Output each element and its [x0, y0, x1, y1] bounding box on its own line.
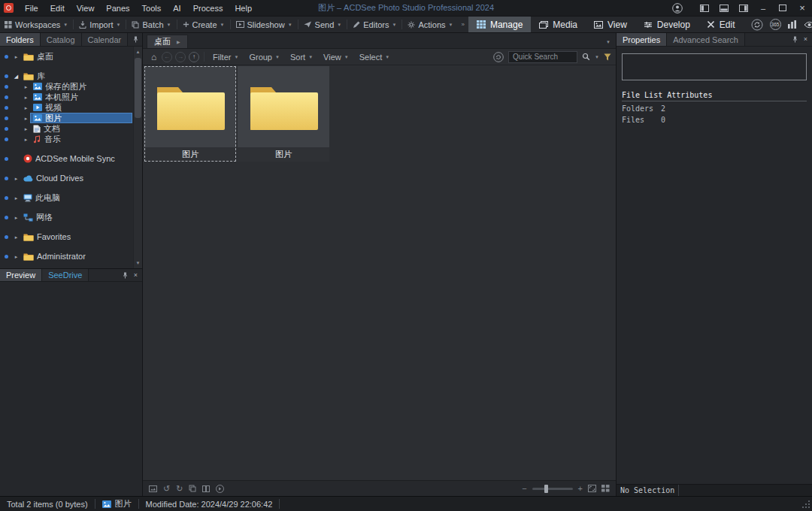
- mode-develop-button[interactable]: Develop: [635, 17, 698, 32]
- tree-item-body[interactable]: 桌面: [20, 51, 132, 62]
- properties-tab-properties[interactable]: Properties: [617, 33, 667, 46]
- mode-view-button[interactable]: View: [586, 17, 635, 32]
- chevron-expanded-icon[interactable]: ◢: [12, 74, 20, 79]
- stats-icon[interactable]: [788, 20, 797, 29]
- tree-item-body[interactable]: 网络: [20, 212, 132, 222]
- tree-item[interactable]: ▸文档: [0, 123, 132, 134]
- tree-item-body[interactable]: 文档: [30, 123, 132, 134]
- tree-item[interactable]: ▸网络: [0, 212, 132, 222]
- group-menu[interactable]: Group▼: [244, 49, 285, 65]
- chevron-collapsed-icon[interactable]: ▸: [12, 234, 20, 240]
- mode-manage-button[interactable]: Manage: [468, 17, 531, 32]
- tree-item-body[interactable]: 图片: [30, 113, 132, 123]
- quick-access-dot-icon[interactable]: [5, 196, 8, 200]
- up-icon[interactable]: ↑: [189, 52, 199, 62]
- tree-item-body[interactable]: 本机照片: [30, 92, 132, 102]
- zoom-in-icon[interactable]: +: [578, 485, 583, 493]
- filter-menu[interactable]: Filter▼: [208, 49, 244, 65]
- chevron-collapsed-icon[interactable]: ▸: [12, 215, 20, 220]
- chevron-collapsed-icon[interactable]: ▸: [22, 84, 30, 89]
- tree-item-body[interactable]: ACDSee Mobile Sync: [20, 153, 132, 164]
- minimize-button[interactable]: –: [753, 0, 773, 16]
- tree-scrollbar[interactable]: ▲ ▼: [133, 47, 142, 268]
- tree-item[interactable]: ▸图片: [0, 113, 132, 123]
- quick-access-dot-icon[interactable]: [5, 95, 8, 99]
- chevron-collapsed-icon[interactable]: ▸: [22, 105, 30, 110]
- properties-preview-box[interactable]: [622, 53, 807, 80]
- send-button[interactable]: Send▼: [299, 17, 347, 32]
- eye-icon[interactable]: [804, 21, 812, 29]
- tree-item[interactable]: ▸Administrator: [0, 251, 132, 262]
- back-icon[interactable]: ←: [162, 52, 172, 62]
- folders-tab-catalog[interactable]: Catalog: [41, 33, 82, 46]
- fit-image-icon[interactable]: [588, 485, 596, 492]
- actions-button[interactable]: Actions▼: [403, 17, 457, 32]
- tree-item[interactable]: ▸音乐: [0, 134, 132, 144]
- close-button[interactable]: ×: [792, 0, 812, 16]
- filter-funnel-icon[interactable]: [604, 53, 611, 61]
- workspaces-button[interactable]: Workspaces▼: [0, 17, 72, 32]
- mode-edit-button[interactable]: Edit: [698, 17, 744, 32]
- tree-item[interactable]: ◢库: [0, 71, 132, 81]
- layout-left-icon[interactable]: [695, 0, 714, 16]
- tree-item-body[interactable]: 保存的图片: [30, 81, 132, 92]
- image-basket-icon[interactable]: [149, 485, 157, 492]
- maximize-button[interactable]: [773, 0, 792, 16]
- quick-access-dot-icon[interactable]: [5, 127, 8, 131]
- close-icon[interactable]: ×: [804, 36, 807, 43]
- import-button[interactable]: Import▼: [74, 17, 125, 32]
- rotate-left-icon[interactable]: ↺: [163, 485, 170, 493]
- pin-icon[interactable]: [792, 36, 798, 43]
- menu-edit[interactable]: Edit: [44, 0, 71, 16]
- chevron-collapsed-icon[interactable]: ▸: [12, 176, 20, 181]
- quick-access-dot-icon[interactable]: [5, 177, 8, 180]
- tree-item-body[interactable]: 音乐: [30, 134, 132, 144]
- file-tile[interactable]: 图片: [144, 66, 236, 162]
- tree-item[interactable]: ▸Favorites: [0, 231, 132, 242]
- menu-process[interactable]: Process: [187, 0, 229, 16]
- create-button[interactable]: Create▼: [178, 17, 229, 32]
- tree-item-body[interactable]: 库: [20, 71, 132, 81]
- sort-menu[interactable]: Sort▼: [285, 49, 318, 65]
- select-menu[interactable]: Select▼: [354, 49, 395, 65]
- menu-ai[interactable]: AI: [167, 0, 186, 16]
- chevron-collapsed-icon[interactable]: ▸: [22, 126, 30, 132]
- tree-item[interactable]: ▸视频: [0, 102, 132, 113]
- pin-icon[interactable]: [122, 272, 129, 279]
- tree-item-body[interactable]: 视频: [30, 102, 132, 113]
- tree-item[interactable]: ▸桌面: [0, 51, 132, 62]
- forward-icon[interactable]: →: [175, 52, 186, 62]
- pane-options-chevron-icon[interactable]: ▼: [606, 40, 611, 44]
- menu-view[interactable]: View: [71, 0, 101, 16]
- home-icon[interactable]: ⌂: [147, 52, 160, 62]
- menu-panes[interactable]: Panes: [100, 0, 135, 16]
- quick-access-dot-icon[interactable]: [5, 85, 8, 89]
- folders-tab-calendar[interactable]: Calendar: [82, 33, 129, 46]
- properties-tab-advanced-search[interactable]: Advanced Search: [667, 33, 745, 46]
- zoom-slider-thumb[interactable]: [544, 485, 548, 493]
- quick-access-dot-icon[interactable]: [5, 255, 8, 259]
- tree-item[interactable]: ▸保存的图片: [0, 81, 132, 92]
- tree-item[interactable]: ACDSee Mobile Sync: [0, 153, 132, 164]
- scrollbar-thumb[interactable]: [135, 58, 141, 118]
- copy-icon[interactable]: [189, 485, 196, 492]
- slideshow-button[interactable]: Slideshow▼: [232, 17, 297, 32]
- search-icon[interactable]: [582, 53, 590, 61]
- chevron-collapsed-icon[interactable]: ▸: [22, 137, 30, 142]
- quick-access-dot-icon[interactable]: [5, 235, 8, 239]
- tree-item-body[interactable]: 此电脑: [20, 192, 132, 203]
- mode-media-button[interactable]: Media: [531, 17, 586, 32]
- preview-tab-seedrive[interactable]: SeeDrive: [42, 269, 89, 281]
- menu-help[interactable]: Help: [229, 0, 258, 16]
- quick-access-dot-icon[interactable]: [5, 106, 8, 110]
- editors-button[interactable]: Editors▼: [348, 17, 401, 32]
- tree-item[interactable]: ▸Cloud Drives: [0, 173, 132, 183]
- chevron-collapsed-icon[interactable]: ▸: [12, 254, 20, 259]
- acdsee-365-icon[interactable]: 365: [770, 19, 781, 30]
- tree-item-body[interactable]: Favorites: [20, 231, 132, 242]
- chevron-collapsed-icon[interactable]: ▸: [22, 116, 30, 121]
- zoom-out-icon[interactable]: −: [522, 485, 526, 493]
- quick-access-dot-icon[interactable]: [5, 216, 8, 219]
- quick-access-dot-icon[interactable]: [5, 157, 8, 161]
- scroll-up-icon[interactable]: ▲: [134, 48, 142, 56]
